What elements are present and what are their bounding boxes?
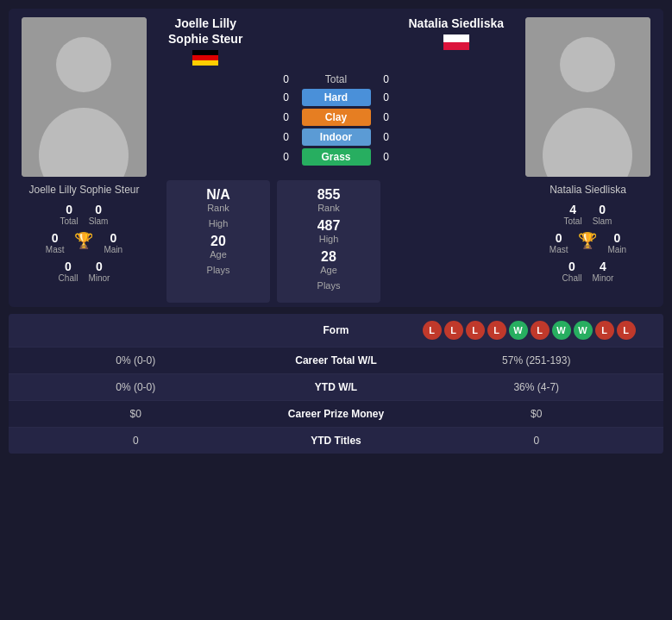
svg-rect-6 [443,34,469,42]
left-player-name: Joelle Lilly Sophie Steur [28,184,139,197]
left-high-value: High [173,218,263,229]
right-trophy: 🏆 [578,231,597,254]
form-badge-l: L [595,321,614,340]
grass-left-score: 0 [278,151,295,163]
right-slam-stat: 0 Slam [593,203,612,226]
right-minor-label: Minor [592,273,613,283]
left-plays-row: Plays [173,265,263,275]
form-badge-l: L [531,321,550,340]
left-trophy: 🏆 [74,231,93,254]
right-player-avatar [525,17,650,177]
left-rank-row: N/A Rank [173,187,263,213]
clay-left-score: 0 [278,111,295,123]
left-minor-label: Minor [88,273,110,283]
indoor-badge: Indoor [302,128,371,146]
ytd-wl-label: YTD W/L [250,381,423,393]
svg-point-9 [560,37,615,92]
ytd-titles-label: YTD Titles [250,435,423,447]
form-badge-l: L [466,321,485,340]
grass-right-score: 0 [378,151,395,163]
left-minor-value: 0 [96,260,103,273]
ytd-wl-row: 0% (0-0) YTD W/L 36% (4-7) [9,374,663,401]
left-slam-label: Slam [89,216,109,226]
right-total-label: Total [564,216,582,226]
right-plays-row: Plays [284,280,374,291]
left-total-stat: 0 Total [60,203,79,226]
right-total-stat: 4 Total [564,203,582,226]
career-total-row: 0% (0-0) Career Total W/L 57% (251-193) [9,348,663,374]
prize-money-label: Career Prize Money [250,408,423,420]
form-badge-w: W [574,321,593,340]
prize-money-right: $0 [423,408,651,420]
left-total-label: Total [60,216,79,226]
court-row-indoor: 0 Indoor 0 [168,128,504,146]
form-section: LLLLWLWWLL [423,321,651,340]
left-mast-label: Mast [46,245,65,254]
left-rank-label: Rank [173,203,263,213]
right-rank-label: Rank [284,203,374,213]
career-total-label: Career Total W/L [250,354,423,366]
left-high-row: High [173,218,263,229]
svg-rect-7 [443,42,469,50]
ytd-titles-right: 0 [423,435,651,447]
right-chall-stat: 0 Chall [562,260,582,283]
right-stats-row1: 4 Total 0 Slam [564,203,612,226]
right-total-value: 4 [569,203,576,216]
left-slam-value: 0 [95,203,102,216]
right-slam-value: 0 [599,203,606,216]
svg-point-1 [56,37,111,92]
left-header-name: Joelle Lilly Sophie Steur [168,16,242,47]
prize-money-row: $0 Career Prize Money $0 [9,401,663,428]
right-name-flag: Natalia Siedliska [408,16,504,50]
form-badge-w: W [509,321,528,340]
hard-badge: Hard [302,89,371,106]
indoor-right-score: 0 [378,131,395,143]
flag-pl-icon [443,34,469,50]
form-row: Form LLLLWLWWLL [9,314,663,348]
career-total-right: 57% (251-193) [423,354,651,366]
form-badge-l: L [444,321,463,340]
total-label: Total [302,73,371,85]
right-minor-stat: 4 Minor [592,260,613,283]
right-player-name: Natalia Siedliska [550,184,626,197]
left-total-value: 0 [66,203,72,216]
left-plays-label: Plays [173,265,263,275]
right-total-score: 0 [378,73,395,85]
clay-badge: Clay [302,109,371,126]
hard-left-score: 0 [278,91,295,103]
svg-rect-4 [192,55,218,60]
form-badge-w: W [552,321,571,340]
left-mast-stat: 0 Mast [46,231,65,254]
stats-table: Form LLLLWLWWLL 0% (0-0) Career Total W/… [9,314,663,454]
right-header-name: Natalia Siedliska [408,16,504,31]
ytd-titles-row: 0 YTD Titles 0 [9,428,663,454]
left-info-box: N/A Rank High 20 Age Plays [166,180,270,303]
main-container: Joelle Lilly Sophie Steur 0 Total 0 Slam… [0,0,672,462]
right-slam-label: Slam [593,216,612,226]
left-minor-stat: 0 Minor [88,260,110,283]
form-badge-l: L [617,321,636,340]
right-player-card: Natalia Siedliska 4 Total 0 Slam 0 Mast … [512,9,663,307]
form-badge-l: L [487,321,506,340]
left-rank-value: N/A [173,187,263,203]
right-main-label: Main [607,245,626,254]
ytd-titles-left: 0 [22,435,250,447]
total-row: 0 Total 0 [168,73,504,85]
left-flag [168,50,242,66]
right-minor-value: 4 [600,260,606,273]
left-player-avatar [22,17,147,177]
right-age-row: 28 Age [284,249,374,275]
left-age-label: Age [173,249,263,260]
court-stats: 0 Total 0 0 Hard 0 0 Clay 0 [160,69,512,172]
right-flag [408,34,504,50]
indoor-left-score: 0 [278,131,295,143]
right-mast-stat: 0 Mast [550,231,568,254]
clay-right-score: 0 [378,111,395,123]
court-row-clay: 0 Clay 0 [168,109,504,126]
left-total-score: 0 [278,73,295,85]
right-mast-label: Mast [550,245,568,254]
right-high-value: 487 [284,218,374,234]
info-boxes: N/A Rank High 20 Age Plays [160,176,512,307]
left-mast-value: 0 [52,231,59,245]
left-age-value: 20 [173,234,263,249]
